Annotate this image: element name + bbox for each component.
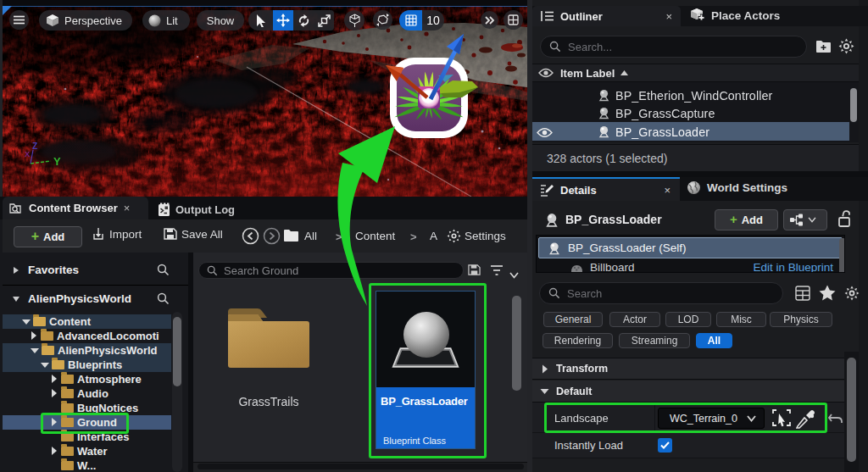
svg-text:Z: Z (32, 142, 37, 151)
svg-text:X: X (25, 150, 30, 158)
svg-text:Y: Y (53, 155, 61, 168)
